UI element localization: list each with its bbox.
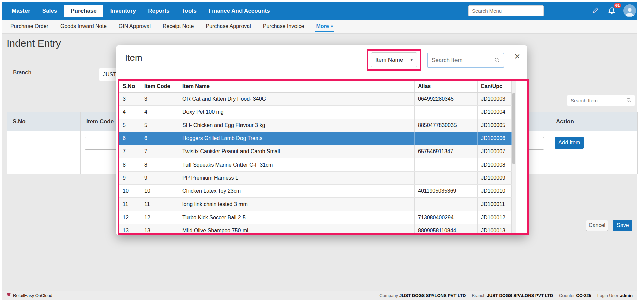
column-header-item-code: Item Code <box>141 81 179 92</box>
cell-ean: JD100003 <box>478 93 512 105</box>
table-row[interactable]: 88Tuff Squeaks Marine Critter C-F 31cmJD… <box>119 158 512 171</box>
topnav-item-inventory[interactable]: Inventory <box>105 4 141 18</box>
chevron-down-icon: ▾ <box>410 57 413 62</box>
cell-name: PP Premium Harness L <box>179 172 415 184</box>
cell-sno: 13 <box>119 224 141 235</box>
topnav-item-sales[interactable]: Sales <box>37 4 62 18</box>
column-header-item-code: Item Code <box>86 112 114 131</box>
subnav-items: Purchase OrderGoods Inward NoteGIN Appro… <box>5 20 340 33</box>
topnav-item-finance-and-accounts[interactable]: Finance And Accounts <box>204 4 275 18</box>
cell-ean: JD100008 <box>478 158 512 171</box>
cell-alias <box>415 172 478 184</box>
topnav-item-purchase[interactable]: Purchase <box>64 5 103 17</box>
subnav-item-label: Receipt Note <box>163 23 194 29</box>
table-row[interactable]: 44Doxy Pet 100 mgJD100004 <box>119 106 512 119</box>
table-row[interactable]: 77Twistix Canister Peanut and Carob Smal… <box>119 145 512 158</box>
subnav-item-label: Purchase Order <box>10 23 48 29</box>
cell-alias <box>415 158 478 171</box>
subnav-item-purchase-approval[interactable]: Purchase Approval <box>201 20 256 33</box>
retaileasy-logo-icon <box>7 293 11 298</box>
cell-name: Chicken Latex Toy 23cm <box>179 185 415 197</box>
cell-code: 7 <box>141 145 179 158</box>
table-row[interactable]: 66Hoggers Grilled Lamb Dog TreatsJD10000… <box>119 132 512 145</box>
close-icon[interactable]: × <box>514 51 520 61</box>
column-header-alias: Alias <box>415 81 478 92</box>
subnav-item-gin-approval[interactable]: GIN Approval <box>114 20 156 33</box>
item-filter-dropdown[interactable]: Item Name ▾ <box>371 52 417 67</box>
subnav-item-purchase-invoice[interactable]: Purchase Invoice <box>258 20 309 33</box>
item-table-header: S.No Item Code Item Name Alias Ean/Upc <box>119 81 512 93</box>
table-row[interactable]: 1212Turbo Kick Soccer Ball 2.57130804002… <box>119 211 512 224</box>
edit-pencil-icon[interactable] <box>592 7 599 15</box>
footer-session-info: CompanyJUST DOGS SPALONS PVT LTD BranchJ… <box>379 293 633 298</box>
scrollbar-thumb[interactable] <box>512 93 515 164</box>
cell-code: 9 <box>141 172 179 184</box>
cell-sno: 10 <box>119 185 141 197</box>
cell-ean: JD100013 <box>478 224 512 235</box>
cell-sno: 3 <box>119 93 141 105</box>
cell-name: Doxy Pet 100 mg <box>179 106 415 118</box>
menu-search-input[interactable] <box>468 5 544 16</box>
cell-sno: 8 <box>119 158 141 171</box>
footer-brand: RetailEasy OnCloud <box>7 293 52 298</box>
subnav-item-label: Purchase Approval <box>206 23 251 29</box>
table-row[interactable]: 55SH- Chicken and Egg Flavour 3 kg885047… <box>119 119 512 132</box>
modal-search-input[interactable] <box>427 53 504 68</box>
page-search-item-input[interactable] <box>567 95 635 106</box>
footer-counter: CounterCO-225 <box>559 293 591 298</box>
topnav-item-tools[interactable]: Tools <box>177 4 202 18</box>
sub-navbar: Purchase OrderGoods Inward NoteGIN Appro… <box>2 20 637 34</box>
table-row[interactable]: 1010Chicken Latex Toy 23cm4011905035369J… <box>119 185 512 198</box>
cell-code: 4 <box>141 106 179 118</box>
table-row[interactable]: 1111long link chain tested 3 mmJD100011 <box>119 198 512 211</box>
item-modal: Item Item Name ▾ × S.No Item Code Item N… <box>116 45 527 235</box>
cell-code: 12 <box>141 211 179 224</box>
column-divider <box>80 112 81 174</box>
footer-login-user: Login Useradmin <box>597 293 633 298</box>
column-divider <box>549 112 549 174</box>
subnav-item-label: Goods Inward Note <box>60 23 107 29</box>
cell-alias: 657546911347 <box>415 145 478 158</box>
cell-sno: 4 <box>119 106 141 118</box>
top-navbar: MasterSalesPurchaseInventoryReportsTools… <box>2 2 637 20</box>
cell-alias <box>415 132 478 145</box>
status-bar: RetailEasy OnCloud CompanyJUST DOGS SPAL… <box>2 291 637 300</box>
cell-code: 5 <box>141 119 179 132</box>
cell-ean: JD100004 <box>478 106 512 118</box>
cell-alias: 4011905035369 <box>415 185 478 197</box>
cell-ean: JD100012 <box>478 211 512 224</box>
branch-label: Branch <box>13 69 31 76</box>
column-header-sno: S.No <box>119 81 141 92</box>
app-window: MasterSalesPurchaseInventoryReportsTools… <box>2 2 637 300</box>
cell-alias: 8850477830035 <box>415 119 478 132</box>
chevron-down-icon: ▾ <box>331 24 333 28</box>
cell-ean: JD100010 <box>478 185 512 197</box>
table-row[interactable]: 33OR Cat and Kitten Dry Food- 340G064992… <box>119 93 512 106</box>
subnav-item-purchase-order[interactable]: Purchase Order <box>5 20 53 33</box>
subnav-item-goods-inward-note[interactable]: Goods Inward Note <box>55 20 112 33</box>
cancel-button[interactable]: Cancel <box>586 220 608 231</box>
table-row[interactable]: 1313Mild Olive Shampoo 750 ml88090581108… <box>119 224 512 235</box>
topnav-item-master[interactable]: Master <box>7 4 35 18</box>
brand-text: RetailEasy OnCloud <box>13 293 52 298</box>
notification-badge: 61 <box>614 3 621 8</box>
footer-company: CompanyJUST DOGS SPALONS PVT LTD <box>379 293 466 298</box>
topnav-items: MasterSalesPurchaseInventoryReportsTools… <box>7 4 277 18</box>
cell-name: Turbo Kick Soccer Ball 2.5 <box>179 211 415 224</box>
page-title: Indent Entry <box>7 38 61 49</box>
user-avatar[interactable] <box>623 4 636 17</box>
cell-sno: 5 <box>119 119 141 132</box>
cell-alias: 713080400294 <box>415 211 478 224</box>
cell-ean: JD100006 <box>478 132 512 145</box>
save-button[interactable]: Save <box>613 220 632 231</box>
cell-name: long link chain tested 3 mm <box>179 198 415 210</box>
column-header-ean-upc: Ean/Upc <box>478 81 512 92</box>
topnav-item-reports[interactable]: Reports <box>143 4 174 18</box>
table-row[interactable]: 99PP Premium Harness LJD100009 <box>119 172 512 185</box>
cell-ean: JD100007 <box>478 145 512 158</box>
search-icon <box>494 57 500 63</box>
subnav-item-receipt-note[interactable]: Receipt Note <box>158 20 199 33</box>
add-item-button[interactable]: Add Item <box>555 137 584 149</box>
cell-code: 6 <box>141 132 179 145</box>
subnav-item-more[interactable]: More▾ <box>311 20 338 33</box>
